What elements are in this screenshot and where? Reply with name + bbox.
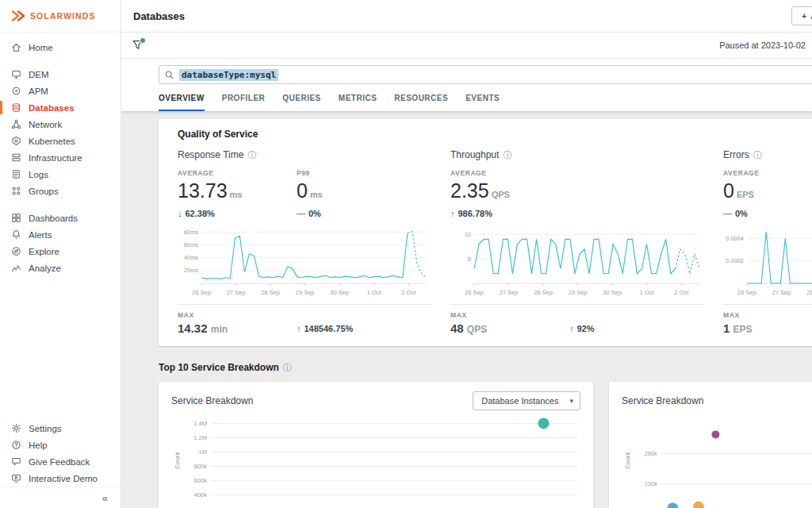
sidebar-item-dashboards[interactable]: Dashboards	[0, 210, 121, 226]
max-label: MAX	[178, 311, 297, 319]
database-icon	[11, 102, 21, 113]
sidebar-item-label: Network	[29, 120, 62, 129]
sidebar-item-give-feedback[interactable]: Give Feedback	[0, 453, 121, 470]
sidebar-item-label: Interactive Demo	[29, 474, 98, 483]
info-icon[interactable]: ⓘ	[503, 150, 511, 160]
trends-row: ↑986.78%	[450, 209, 704, 218]
sidebar-spacer	[0, 276, 121, 414]
max-trend: ↑92%	[569, 324, 595, 335]
search-query-token[interactable]: databaseType:mysql	[179, 69, 278, 81]
metric-label: P99	[297, 169, 416, 177]
metric-label: AVERAGE	[450, 169, 569, 177]
logs-icon	[11, 169, 21, 179]
svg-text:1 Oct: 1 Oct	[367, 289, 382, 296]
max-label: MAX	[723, 311, 812, 319]
metric-unit: QPS	[492, 190, 510, 199]
sidebar-item-databases[interactable]: Databases	[0, 99, 121, 116]
service-breakdown-card-right: Service Breakdown Count 200k100k	[609, 382, 812, 508]
sidebar-item-infrastructure[interactable]: Infrastructure	[0, 149, 121, 166]
sidebar-item-network[interactable]: Network	[0, 116, 121, 133]
add-button[interactable]: + ADD	[791, 6, 812, 25]
kubernetes-icon	[11, 136, 21, 146]
sidebar-item-explore[interactable]: Explore	[0, 243, 121, 260]
sidebar-item-label: Analyze	[29, 264, 61, 273]
filter-button[interactable]	[132, 39, 146, 52]
metric-value: 13.73ms	[178, 179, 297, 202]
metric-average: AVERAGE 13.73ms	[178, 169, 297, 202]
trend-average: ↓62.38%	[178, 209, 297, 218]
svg-text:2 Oct: 2 Oct	[674, 289, 689, 296]
svg-text:10: 10	[465, 231, 471, 238]
sidebar-item-label: Explore	[29, 247, 59, 256]
gear-icon	[11, 423, 21, 433]
search-input[interactable]: databaseType:mysql	[159, 65, 812, 84]
tab-profiler[interactable]: PROFILER	[222, 94, 266, 111]
card-title: Service Breakdown	[171, 395, 253, 406]
svg-text:60ms: 60ms	[184, 241, 199, 248]
card-title: Quality of Service	[178, 129, 812, 140]
sidebar-item-logs[interactable]: Logs	[0, 166, 121, 183]
metric-number: 2.35	[450, 179, 489, 202]
metric-p99: P99 0ms	[297, 169, 416, 202]
svg-text:27 Sep: 27 Sep	[227, 289, 246, 296]
sidebar-item-apm[interactable]: APM	[0, 83, 121, 99]
solarwinds-logo[interactable]: SOLARWINDS	[0, 0, 121, 33]
collapse-sidebar-button[interactable]: «	[0, 487, 121, 508]
service-breakdown-scatter-right[interactable]: 200k100k	[633, 417, 812, 508]
svg-text:1.2M: 1.2M	[193, 434, 207, 441]
metric-value: 0ms	[297, 179, 416, 202]
sidebar-item-label: Dashboards	[29, 214, 78, 223]
svg-text:0.0004: 0.0004	[726, 235, 744, 242]
sidebar-item-interactive-demo[interactable]: Interactive Demo	[0, 470, 121, 487]
max-row: MAX 48 QPS ↑92%	[450, 304, 704, 335]
breakdown-section-heading: Top 10 Service Breakdownⓘ	[159, 362, 812, 374]
trend-average: —0%	[723, 209, 812, 218]
svg-text:0.0002: 0.0002	[726, 257, 744, 264]
sidebar-item-dem[interactable]: DEM	[0, 66, 121, 83]
monitor-icon	[11, 69, 21, 79]
card-header: Service Breakdown	[622, 391, 812, 410]
solarwinds-logo-icon	[11, 10, 25, 21]
bell-icon	[11, 229, 21, 240]
tab-resources[interactable]: RESOURCES	[394, 94, 448, 111]
svg-text:600k: 600k	[194, 477, 208, 484]
sidebar-item-home[interactable]: Home	[0, 39, 121, 56]
breakdown-dimension-select[interactable]: Database Instances ▾	[473, 391, 580, 410]
sidebar-item-label: Settings	[29, 424, 62, 433]
svg-text:30 Sep: 30 Sep	[330, 289, 349, 296]
sidebar-item-alerts[interactable]: Alerts	[0, 226, 121, 243]
max-unit: EPS	[733, 324, 753, 335]
sidebar-item-help[interactable]: Help	[0, 437, 121, 453]
throughput-chart[interactable]: 51026 Sep27 Sep28 Sep29 Sep30 Sep1 Oct2 …	[450, 223, 704, 299]
page-title: Databases	[133, 10, 185, 22]
sidebar-item-analyze[interactable]: Analyze	[0, 260, 121, 276]
svg-text:28 Sep: 28 Sep	[261, 289, 280, 296]
info-icon[interactable]: ⓘ	[283, 363, 292, 372]
tab-metrics[interactable]: METRICS	[339, 94, 377, 111]
panel-title: Errorsⓘ	[723, 149, 812, 161]
svg-text:29 Sep: 29 Sep	[569, 289, 588, 296]
analyze-icon	[11, 263, 21, 273]
sidebar-item-settings[interactable]: Settings	[0, 420, 121, 437]
info-icon[interactable]: ⓘ	[753, 150, 762, 160]
paused-status: Paused at 2023-10-02	[719, 40, 806, 50]
tab-queries[interactable]: QUERIES	[282, 94, 321, 111]
svg-text:28 Sep: 28 Sep	[534, 289, 553, 296]
chevron-down-icon: ▾	[569, 397, 573, 405]
service-breakdown-scatter-left[interactable]: 1.4M1.2M1M800k600k400k	[182, 417, 580, 508]
panel-title-text: Errors	[723, 149, 749, 160]
apm-icon	[11, 86, 21, 96]
errors-chart[interactable]: 0.00020.000426 Sep27 Sep28 Sep29 Sep30 S…	[723, 223, 812, 299]
content-area: Quality of Service Response Timeⓘ AVERAG…	[121, 111, 812, 508]
tab-overview[interactable]: OVERVIEW	[159, 94, 205, 111]
svg-text:80ms: 80ms	[184, 229, 199, 236]
tab-events[interactable]: EVENTS	[465, 94, 500, 111]
sidebar-item-groups[interactable]: Groups	[0, 183, 121, 199]
info-icon[interactable]: ⓘ	[247, 150, 256, 160]
max-value: 1 EPS	[723, 321, 812, 335]
svg-text:200k: 200k	[645, 450, 658, 457]
card-title: Service Breakdown	[622, 395, 703, 406]
response-time-chart[interactable]: 20ms40ms60ms80ms26 Sep27 Sep28 Sep29 Sep…	[178, 223, 431, 299]
sidebar-item-label: Give Feedback	[29, 457, 90, 467]
sidebar-item-kubernetes[interactable]: Kubernetes	[0, 133, 121, 149]
